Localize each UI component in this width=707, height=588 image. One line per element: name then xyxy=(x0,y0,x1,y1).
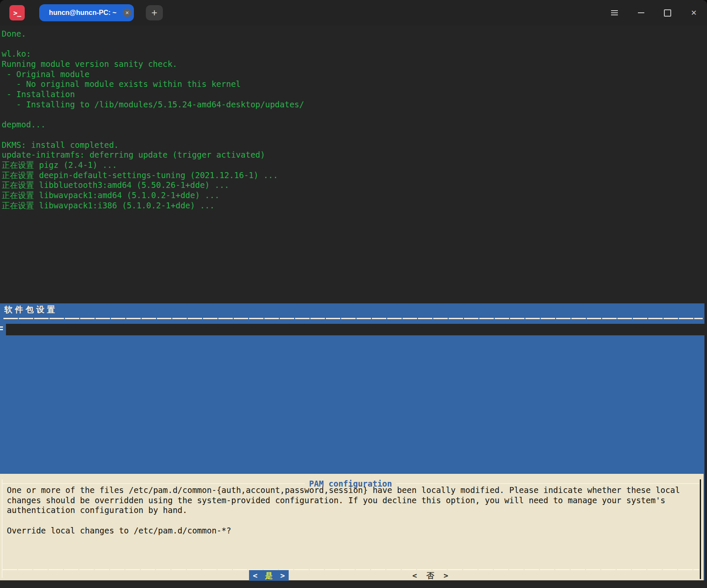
no-right-bracket: > xyxy=(443,571,448,580)
unpainted-terminal-row xyxy=(6,324,707,335)
minimize-icon xyxy=(638,12,644,13)
terminal-line xyxy=(2,39,705,49)
terminal-window: >_ huncn@huncn-PC: ~ ✕ + ✕ Done. wl.ko: … xyxy=(0,0,707,588)
terminal-line: - Installing to /lib/modules/5.15.24-amd… xyxy=(2,100,705,110)
terminal-line: 正在设置 pigz (2.4-1) ... xyxy=(2,160,705,170)
no-button-label: 否 xyxy=(426,571,434,581)
terminal-line: DKMS: install completed. xyxy=(2,140,705,150)
hamburger-icon xyxy=(611,12,618,13)
dialog-message-line xyxy=(7,516,695,526)
debconf-backtitle: 软件包设置 xyxy=(4,304,58,315)
no-left-bracket: < xyxy=(412,571,417,580)
dialog-message-line: authentication configuration by hand. xyxy=(7,505,695,516)
terminal-line: Running module version sanity check. xyxy=(2,59,705,69)
titlebar: >_ huncn@huncn-PC: ~ ✕ + ✕ xyxy=(0,0,707,26)
dialog-border-line xyxy=(2,483,305,484)
terminal-line: - No original module exists within this … xyxy=(2,79,705,89)
terminal-line: - Installation xyxy=(2,89,705,100)
terminal-tab[interactable]: huncn@huncn-PC: ~ ✕ xyxy=(39,4,134,21)
dialog-border-line xyxy=(396,483,699,484)
cursor-dash xyxy=(0,326,3,328)
close-button[interactable]: ✕ xyxy=(685,4,702,21)
tab-label: huncn@huncn-PC: ~ xyxy=(49,9,124,17)
tab-close-button[interactable]: ✕ xyxy=(123,9,131,17)
terminal-line: Done. xyxy=(2,29,705,39)
cursor-dash xyxy=(0,329,3,330)
backtitle-separator xyxy=(3,318,703,319)
yes-left-bracket: < xyxy=(253,571,258,580)
dialog-left-border xyxy=(2,479,3,578)
maximize-button[interactable] xyxy=(659,4,676,21)
terminal-line: wl.ko: xyxy=(2,49,705,59)
yes-right-bracket: > xyxy=(280,571,285,580)
terminal-line: 正在设置 libbluetooth3:amd64 (5.50.26-1+dde)… xyxy=(2,180,705,190)
close-icon: ✕ xyxy=(691,9,697,17)
dialog-message-line: One or more of the files /etc/pam.d/comm… xyxy=(7,485,695,496)
terminal-line: 正在设置 libwavpack1:i386 (5.1.0.2-1+dde) ..… xyxy=(2,201,705,211)
terminal-line xyxy=(2,130,705,140)
yes-button[interactable]: < 是 > xyxy=(249,570,289,581)
terminal-line: 正在设置 deepin-default-settings-tuning (202… xyxy=(2,170,705,181)
terminal-line: 正在设置 libwavpack1:amd64 (5.1.0.2-1+dde) .… xyxy=(2,190,705,201)
dialog-right-border xyxy=(700,479,701,579)
no-button[interactable]: < 否 > xyxy=(409,570,452,581)
terminal-line: depmod... xyxy=(2,120,705,130)
new-tab-button[interactable]: + xyxy=(146,5,163,20)
terminal-line xyxy=(2,110,705,120)
dialog-message-line: Override local changes to /etc/pam.d/com… xyxy=(7,526,695,536)
minimize-button[interactable] xyxy=(632,4,649,21)
terminal-output: Done. wl.ko: Running module version sani… xyxy=(2,29,705,210)
dialog-message-line: changes should be overridden using the s… xyxy=(7,496,695,506)
maximize-icon xyxy=(664,9,671,17)
pam-configuration-dialog: PAM configuration One or more of the fil… xyxy=(0,474,704,580)
button-separator xyxy=(3,569,699,570)
yes-button-label: 是 xyxy=(265,571,273,581)
terminal-line: - Original module xyxy=(2,69,705,80)
terminal-app-icon: >_ xyxy=(9,5,25,20)
menu-button[interactable] xyxy=(606,4,623,21)
dialog-message: One or more of the files /etc/pam.d/comm… xyxy=(7,485,695,536)
terminal-line: update-initramfs: deferring update (trig… xyxy=(2,150,705,160)
